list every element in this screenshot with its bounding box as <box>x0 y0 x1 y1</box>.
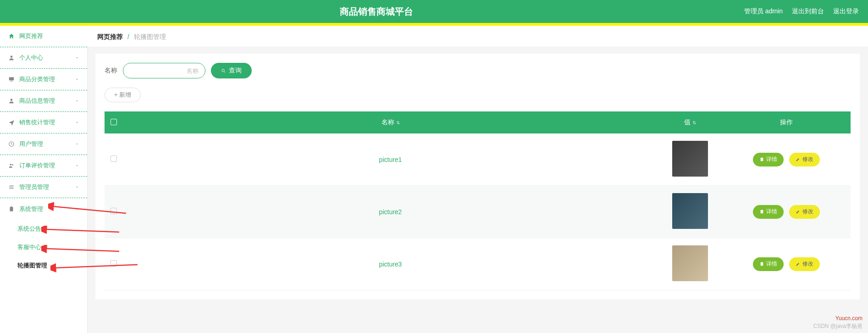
sidebar-item-product[interactable]: 商品信息管理 <box>0 90 87 112</box>
edit-icon <box>796 157 801 162</box>
sidebar-item-label: 商品信息管理 <box>19 97 55 105</box>
edit-button[interactable]: 修改 <box>789 257 820 271</box>
add-row: + 新增 <box>105 88 851 102</box>
user-icon <box>8 55 15 61</box>
row-checkbox[interactable] <box>111 155 117 162</box>
search-row: 名称 查询 <box>105 63 851 78</box>
sidebar-item-sales[interactable]: 销售统计管理 <box>0 112 87 133</box>
thumbnail[interactable] <box>672 193 708 229</box>
table-row: picture2 详情 修改 <box>105 186 851 238</box>
sidebar-item-label: 销售统计管理 <box>19 118 55 127</box>
sidebar-item-label: 系统管理 <box>19 205 43 213</box>
svg-point-2 <box>11 99 13 101</box>
add-button[interactable]: + 新增 <box>105 88 141 102</box>
svg-rect-9 <box>761 158 763 161</box>
edit-icon <box>796 209 801 214</box>
sidebar-sub-carousel[interactable]: 轮播图管理 <box>0 256 87 275</box>
th-name[interactable]: 名称⇅ <box>123 111 658 133</box>
header-actions: 管理员 admin 退出到前台 退出登录 <box>744 7 859 16</box>
sidebar-item-profile[interactable]: 个人中心 <box>0 47 87 69</box>
detail-button[interactable]: 详情 <box>753 205 784 219</box>
svg-point-0 <box>11 56 13 58</box>
search-button[interactable]: 查询 <box>211 63 252 78</box>
sidebar-item-label: 商品分类管理 <box>19 75 55 83</box>
sidebar-sub-service[interactable]: 客服中心 <box>0 238 87 256</box>
svg-point-5 <box>12 164 13 166</box>
sidebar-sub-notice[interactable]: 系统公告 <box>0 220 87 238</box>
breadcrumb-root: 网页推荐 <box>97 33 123 40</box>
document-icon <box>759 209 764 214</box>
chevron-down-icon <box>74 163 80 168</box>
chevron-up-icon <box>74 206 80 212</box>
watermark: Yuucn.com CSDN @java李杨勇 <box>813 315 862 330</box>
monitor-icon <box>8 76 15 83</box>
search-label: 名称 <box>105 67 117 75</box>
thumbnail[interactable] <box>672 245 708 281</box>
chevron-down-icon <box>74 98 80 104</box>
send-icon <box>8 119 15 126</box>
svg-point-8 <box>222 69 225 72</box>
content: 网页推荐 / 轮播图管理 名称 查询 + 新增 名称⇅ <box>87 26 868 333</box>
users-icon <box>8 162 15 169</box>
svg-rect-7 <box>11 206 12 207</box>
clipboard-icon <box>8 206 15 212</box>
document-icon <box>759 261 764 266</box>
sidebar-item-home[interactable]: 网页推荐 <box>0 26 87 47</box>
user-icon <box>8 98 15 104</box>
sidebar-item-label: 管理员管理 <box>19 183 49 191</box>
search-input[interactable] <box>123 63 205 78</box>
edit-button[interactable]: 修改 <box>789 153 820 166</box>
breadcrumb: 网页推荐 / 轮播图管理 <box>87 26 868 47</box>
chevron-down-icon <box>74 141 80 147</box>
breadcrumb-sep: / <box>127 33 129 40</box>
clock-icon <box>8 141 15 147</box>
cell-name: picture3 <box>123 238 658 290</box>
chevron-down-icon <box>74 120 80 125</box>
document-icon <box>759 157 764 162</box>
chevron-down-icon <box>74 77 80 82</box>
exit-front-link[interactable]: 退出到前台 <box>792 7 824 16</box>
sort-icon: ⇅ <box>692 120 696 125</box>
sidebar-item-category[interactable]: 商品分类管理 <box>0 69 87 90</box>
logout-link[interactable]: 退出登录 <box>833 7 859 16</box>
sidebar: 网页推荐 个人中心 商品分类管理 商品信息管理 销售统计管理 用户管理 <box>0 26 87 333</box>
sidebar-item-label: 用户管理 <box>19 140 43 148</box>
thumbnail[interactable] <box>672 141 708 177</box>
th-value[interactable]: 值⇅ <box>658 111 722 133</box>
svg-rect-10 <box>761 210 763 213</box>
cell-name: picture2 <box>123 186 658 238</box>
sidebar-item-label: 网页推荐 <box>19 32 43 40</box>
panel: 名称 查询 + 新增 名称⇅ 值⇅ 操作 <box>95 54 860 300</box>
search-icon <box>221 68 226 73</box>
home-icon <box>8 33 15 39</box>
sidebar-item-users[interactable]: 用户管理 <box>0 133 87 155</box>
sidebar-item-reviews[interactable]: 订单评价管理 <box>0 155 87 177</box>
data-table: 名称⇅ 值⇅ 操作 picture1 详情 修改 <box>105 111 851 290</box>
header-title: 商品销售商城平台 <box>9 6 744 18</box>
edit-button[interactable]: 修改 <box>789 205 820 219</box>
edit-icon <box>796 261 801 266</box>
cell-name: picture1 <box>123 133 658 186</box>
header: 商品销售商城平台 管理员 admin 退出到前台 退出登录 <box>0 0 868 23</box>
row-checkbox[interactable] <box>111 260 117 266</box>
watermark-site: Yuucn.com <box>813 315 862 322</box>
table-row: picture1 详情 修改 <box>105 133 851 186</box>
list-icon <box>8 184 15 190</box>
th-op: 操作 <box>722 111 851 133</box>
svg-rect-6 <box>10 207 13 211</box>
detail-button[interactable]: 详情 <box>753 257 784 271</box>
sort-icon: ⇅ <box>396 120 400 125</box>
select-all-checkbox[interactable] <box>111 119 117 125</box>
table-row: picture3 详情 修改 <box>105 238 851 290</box>
sidebar-item-label: 订单评价管理 <box>19 161 55 170</box>
chevron-down-icon <box>74 184 80 190</box>
svg-point-4 <box>10 164 12 166</box>
detail-button[interactable]: 详情 <box>753 153 784 166</box>
svg-rect-1 <box>9 77 14 80</box>
row-checkbox[interactable] <box>111 208 117 214</box>
breadcrumb-leaf: 轮播图管理 <box>134 33 166 40</box>
admin-link[interactable]: 管理员 admin <box>744 7 783 16</box>
chevron-down-icon <box>74 55 80 61</box>
sidebar-item-admin[interactable]: 管理员管理 <box>0 177 87 198</box>
sidebar-item-system[interactable]: 系统管理 <box>0 198 87 220</box>
